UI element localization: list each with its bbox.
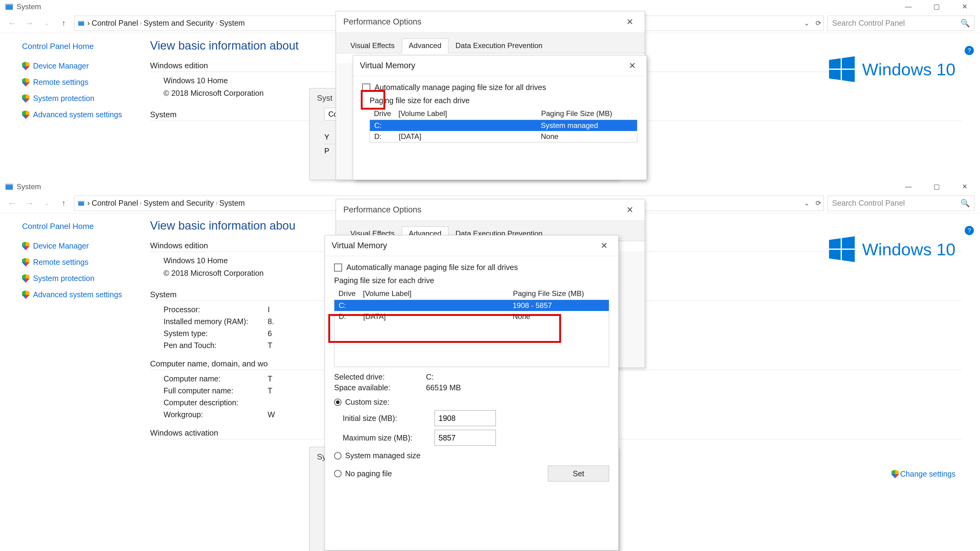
- sidebar-item-device-manager[interactable]: Device Manager: [22, 241, 144, 250]
- change-settings-link[interactable]: Change settings: [891, 470, 956, 478]
- col-size: Paging File Size (MB): [513, 289, 605, 298]
- initial-size-input[interactable]: [434, 410, 496, 426]
- chevron-right-icon: ›: [216, 20, 218, 26]
- back-button[interactable]: ←: [5, 16, 19, 30]
- sidebar-home-link[interactable]: Control Panel Home: [22, 222, 144, 231]
- location-icon: [78, 200, 84, 206]
- sidebar-item-label: Advanced system settings: [33, 110, 122, 119]
- sidebar-item-remote-settings[interactable]: Remote settings: [22, 78, 144, 87]
- radio-off-icon: [334, 470, 342, 477]
- drive-cell: C:: [339, 301, 363, 310]
- system-icon: [5, 3, 13, 10]
- shield-icon: [22, 291, 29, 299]
- sidebar-home-link[interactable]: Control Panel Home: [22, 41, 144, 51]
- auto-manage-checkbox[interactable]: [362, 84, 370, 92]
- size-cell: 1908 - 5857: [513, 301, 605, 310]
- crumb-0[interactable]: Control Panel: [92, 198, 138, 208]
- custom-size-radio[interactable]: Custom size:: [334, 398, 609, 407]
- sidebar-item-advanced-system-settings[interactable]: Advanced system settings: [22, 110, 144, 119]
- shield-icon: [22, 242, 29, 250]
- forward-button[interactable]: →: [23, 16, 36, 30]
- tab-visual-effects[interactable]: Visual Effects: [343, 38, 402, 53]
- sidebar-item-remote-settings[interactable]: Remote settings: [22, 258, 144, 267]
- vol-cell: [DATA]: [363, 312, 513, 321]
- shield-icon: [22, 274, 29, 283]
- windows-logo-text: Windows 10: [862, 240, 956, 259]
- perf-close-button[interactable]: ✕: [622, 205, 637, 215]
- chevron-right-icon: ›: [216, 200, 218, 206]
- close-button[interactable]: ✕: [951, 0, 979, 13]
- drive-row-c[interactable]: C: System managed: [370, 120, 637, 131]
- perf-title: Performance Options: [343, 17, 422, 27]
- vm-title: Virtual Memory: [360, 61, 415, 70]
- crumb-0[interactable]: Control Panel: [92, 19, 138, 27]
- sidebar-item-system-protection[interactable]: System protection: [22, 94, 144, 103]
- chevron-right-icon: ›: [87, 19, 90, 27]
- forward-button[interactable]: →: [23, 197, 36, 210]
- tab-advanced[interactable]: Advanced: [402, 38, 449, 53]
- crumb-1[interactable]: System and Security: [144, 198, 214, 208]
- recent-dropdown[interactable]: ⌄: [40, 197, 53, 210]
- set-button[interactable]: Set: [548, 465, 609, 481]
- drive-list-header: Drive [Volume Label] Paging File Size (M…: [370, 108, 637, 120]
- refresh-icon[interactable]: ⟳: [816, 19, 821, 27]
- shield-icon: [22, 94, 29, 103]
- perf-title: Performance Options: [343, 205, 422, 214]
- sidebar-item-advanced-system-settings[interactable]: Advanced system settings: [22, 290, 144, 299]
- sidebar-item-label: Remote settings: [33, 258, 89, 267]
- search-input[interactable]: Search Control Panel 🔍: [827, 16, 975, 31]
- radio-on-icon: [334, 399, 342, 406]
- drive-list: C: 1908 - 5857 D: [DATA] None: [334, 300, 609, 367]
- recent-dropdown[interactable]: ⌄: [40, 16, 53, 30]
- drive-list-header: Drive [Volume Label] Paging File Size (M…: [334, 287, 609, 300]
- maximize-button[interactable]: ▢: [923, 0, 951, 13]
- crumb-1[interactable]: System and Security: [144, 19, 214, 27]
- minimize-button[interactable]: —: [894, 0, 923, 13]
- maximize-button[interactable]: ▢: [923, 180, 951, 194]
- vol-cell: [DATA]: [399, 132, 541, 141]
- crumb-2[interactable]: System: [219, 198, 245, 208]
- sidebar-item-device-manager[interactable]: Device Manager: [22, 62, 144, 70]
- drive-row-c[interactable]: C: 1908 - 5857: [334, 300, 609, 311]
- perf-tabs: Visual Effects Advanced Data Execution P…: [336, 33, 645, 53]
- addr-dropdown-icon[interactable]: ⌄: [804, 199, 810, 207]
- search-icon: 🔍: [960, 19, 970, 27]
- search-input[interactable]: Search Control Panel 🔍: [827, 195, 975, 211]
- location-icon: [78, 20, 84, 26]
- drive-row-d[interactable]: D: [DATA] None: [370, 131, 637, 142]
- col-vol: [Volume Label]: [363, 289, 513, 298]
- custom-size-label: Custom size:: [345, 398, 389, 407]
- windows-logo-text: Windows 10: [862, 59, 956, 79]
- close-button[interactable]: ✕: [951, 180, 979, 194]
- crumb-2[interactable]: System: [219, 19, 245, 27]
- up-button[interactable]: ↑: [57, 16, 70, 30]
- paging-subhead: Paging file size for each drive: [370, 96, 637, 105]
- perf-close-button[interactable]: ✕: [622, 17, 637, 27]
- sidebar-item-system-protection[interactable]: System protection: [22, 274, 144, 283]
- drive-cell: D:: [339, 312, 363, 321]
- search-placeholder: Search Control Panel: [832, 198, 905, 208]
- vm-close-button[interactable]: ✕: [624, 60, 640, 71]
- system-icon: [5, 183, 13, 191]
- auto-manage-checkbox[interactable]: [334, 264, 342, 272]
- refresh-icon[interactable]: ⟳: [816, 199, 821, 207]
- max-size-input[interactable]: [434, 430, 496, 446]
- no-paging-label: No paging file: [345, 469, 392, 478]
- no-paging-radio[interactable]: No paging file Set: [334, 465, 609, 481]
- addr-dropdown-icon[interactable]: ⌄: [804, 19, 810, 27]
- vm-close-button[interactable]: ✕: [596, 241, 612, 251]
- shield-icon: [22, 62, 29, 70]
- minimize-button[interactable]: —: [894, 180, 923, 194]
- windows-logo: Windows 10: [829, 236, 956, 262]
- size-cell: System managed: [541, 121, 633, 130]
- up-button[interactable]: ↑: [57, 197, 70, 210]
- back-button[interactable]: ←: [5, 197, 19, 210]
- search-placeholder: Search Control Panel: [832, 19, 905, 27]
- windows-flag-icon: [829, 56, 855, 82]
- col-size: Paging File Size (MB): [541, 109, 633, 118]
- system-managed-radio[interactable]: System managed size: [334, 451, 609, 460]
- vm-title: Virtual Memory: [332, 241, 387, 250]
- shield-icon: [891, 470, 899, 478]
- drive-row-d[interactable]: D: [DATA] None: [334, 311, 609, 322]
- tab-dep[interactable]: Data Execution Prevention: [449, 38, 549, 53]
